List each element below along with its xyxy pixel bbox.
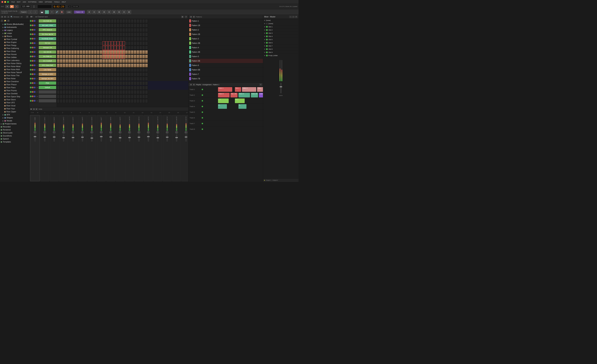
step-8-12[interactable] xyxy=(91,55,94,59)
sidebar-tree[interactable]: ▶Drums (ModeAudio)▶Instruments▶Legacy▶Lo… xyxy=(0,23,29,182)
pan-knob-10[interactable] xyxy=(128,131,131,134)
step-7-4[interactable] xyxy=(68,50,71,54)
step-14-27[interactable] xyxy=(134,81,136,85)
step-6-20[interactable] xyxy=(114,46,117,50)
step-3-18[interactable] xyxy=(108,32,111,36)
step-12-8[interactable] xyxy=(80,72,82,76)
step-11-31[interactable] xyxy=(145,68,148,72)
step-3-12[interactable] xyxy=(91,32,94,36)
step-9-16[interactable] xyxy=(102,59,105,63)
sidebar-item-27[interactable]: Riser Vocal xyxy=(0,104,29,107)
ch-active-3[interactable] xyxy=(30,29,32,31)
step-12-9[interactable] xyxy=(82,72,85,76)
add-btn[interactable]: + xyxy=(1,20,3,22)
step-9-2[interactable] xyxy=(63,59,65,63)
step-15-17[interactable] xyxy=(105,86,108,90)
step-4-8[interactable] xyxy=(80,37,82,41)
step-1-7[interactable] xyxy=(77,24,80,28)
step-12-13[interactable] xyxy=(94,72,97,76)
step-5-20[interactable] xyxy=(114,41,117,45)
mm-plus[interactable]: □ xyxy=(292,16,295,18)
step-13-2[interactable] xyxy=(63,77,65,81)
step-16-2[interactable] xyxy=(63,90,65,94)
step-15-4[interactable] xyxy=(68,86,71,90)
step-15-2[interactable] xyxy=(63,86,65,90)
step-14-29[interactable] xyxy=(139,81,142,85)
snap-button[interactable]: ○ xyxy=(28,10,32,14)
step-3-10[interactable] xyxy=(85,32,88,36)
ch-solo-8[interactable] xyxy=(34,51,36,53)
step-3-19[interactable] xyxy=(111,32,114,36)
step-10-23[interactable] xyxy=(122,64,125,68)
channel-patterns[interactable] xyxy=(57,19,188,107)
step-4-27[interactable] xyxy=(134,37,136,41)
step-17-16[interactable] xyxy=(102,95,105,99)
step-10-26[interactable] xyxy=(131,64,134,68)
mixer-prev[interactable]: ◀ xyxy=(32,108,35,110)
step-5-6[interactable] xyxy=(74,41,77,45)
step-12-27[interactable] xyxy=(134,72,136,76)
browser-search[interactable]: 🔍 xyxy=(10,16,13,18)
ch-name-btn-17[interactable] xyxy=(39,90,56,93)
step-15-24[interactable] xyxy=(125,86,128,90)
step-2-13[interactable] xyxy=(94,28,97,32)
pattern-item-13[interactable]: Pattern 7B xyxy=(189,76,263,81)
ch-active-8[interactable] xyxy=(30,51,32,53)
step-4-7[interactable] xyxy=(77,37,80,41)
step-6-14[interactable] xyxy=(97,46,100,50)
step-17-4[interactable] xyxy=(68,95,71,99)
sidebar-item-9[interactable]: Riser Ghost xyxy=(0,50,29,53)
step-7-30[interactable] xyxy=(142,50,145,54)
step-5-21[interactable] xyxy=(117,41,119,45)
step-16-17[interactable] xyxy=(105,90,108,94)
step-2-28[interactable] xyxy=(136,28,139,32)
step-3-17[interactable] xyxy=(105,32,108,36)
step-6-28[interactable] xyxy=(136,46,139,50)
step-9-3[interactable] xyxy=(65,59,68,63)
step-1-30[interactable] xyxy=(142,24,145,28)
pan-knob-15[interactable] xyxy=(175,131,178,134)
fader-1[interactable] xyxy=(44,135,46,142)
ch-name-btn-13[interactable]: Stompe..in SFX xyxy=(39,73,56,76)
step-15-19[interactable] xyxy=(111,86,114,90)
step-4-14[interactable] xyxy=(97,37,100,41)
step-10-15[interactable] xyxy=(100,64,102,68)
step-10-22[interactable] xyxy=(119,64,122,68)
step-4-18[interactable] xyxy=(108,37,111,41)
step-15-7[interactable] xyxy=(77,86,80,90)
step-2-18[interactable] xyxy=(108,28,111,32)
step-11-14[interactable] xyxy=(97,68,100,72)
step-0-23[interactable] xyxy=(122,19,125,23)
step-7-10[interactable] xyxy=(85,50,88,54)
step-3-29[interactable] xyxy=(139,32,142,36)
step-1-28[interactable] xyxy=(136,24,139,28)
step-16-19[interactable] xyxy=(111,90,114,94)
step-9-31[interactable] xyxy=(145,59,148,63)
step-4-17[interactable] xyxy=(105,37,108,41)
sidebar-item-5[interactable]: Riser Cymbal xyxy=(0,38,29,41)
pan-knob-4[interactable] xyxy=(72,131,74,134)
sidebar-item-14[interactable]: Riser Noise Metal xyxy=(0,65,29,68)
step-3-13[interactable] xyxy=(94,32,97,36)
step-6-25[interactable] xyxy=(128,46,131,50)
tool-a3[interactable]: ⊠ xyxy=(97,10,101,14)
step-1-0[interactable] xyxy=(57,24,60,28)
step-13-29[interactable] xyxy=(139,77,142,81)
step-15-28[interactable] xyxy=(136,86,139,90)
step-12-4[interactable] xyxy=(68,72,71,76)
tool-a5[interactable]: ⊟ xyxy=(107,10,111,14)
ch-mute-11[interactable] xyxy=(32,64,34,66)
step-6-23[interactable] xyxy=(122,46,125,50)
step-16-16[interactable] xyxy=(102,90,105,94)
step-7-12[interactable] xyxy=(91,50,94,54)
step-5-1[interactable] xyxy=(60,41,63,45)
step-12-17[interactable] xyxy=(105,72,108,76)
step-18-0[interactable] xyxy=(57,99,60,103)
step-9-12[interactable] xyxy=(91,59,94,63)
step-18-20[interactable] xyxy=(114,99,117,103)
step-7-22[interactable] xyxy=(119,50,122,54)
step-0-11[interactable] xyxy=(88,19,91,23)
pattern-selector[interactable]: Pattern 5B xyxy=(74,11,85,14)
pl-prev[interactable]: ◀ xyxy=(189,83,192,86)
step-2-8[interactable] xyxy=(80,28,82,32)
